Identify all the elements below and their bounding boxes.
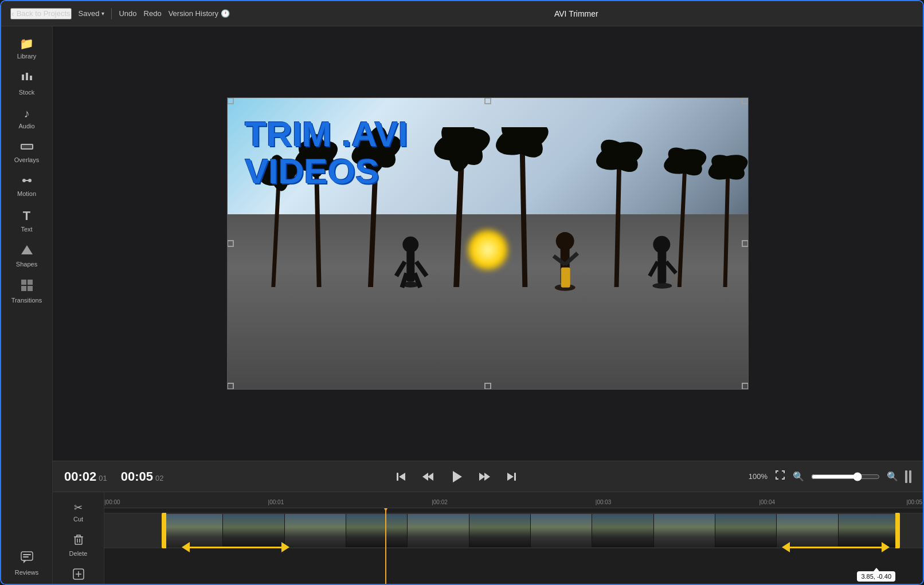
mini-frame-10: [715, 514, 777, 547]
timeline-ruler: |00:00 |00:01 |00:02 |00:03 |00:04 |00:0…: [104, 492, 923, 508]
left-sidebar: 📁 Library Stock ♪ Audio Overlays: [1, 26, 53, 585]
svg-marker-64: [422, 473, 428, 481]
saved-text: Saved: [79, 9, 100, 18]
sidebar-item-transitions[interactable]: Transitions: [5, 274, 49, 308]
trim-arrow-group-right: [782, 542, 890, 552]
audio-icon: ♪: [24, 107, 30, 120]
sidebar-label-stock: Stock: [19, 89, 35, 96]
svg-marker-8: [21, 245, 33, 254]
arrow-line-right: [790, 547, 882, 548]
timeline-tooltip: 3.85, -0.40: [857, 571, 895, 582]
handle-top-right[interactable]: [742, 97, 749, 104]
trim-handle-left[interactable]: [162, 513, 166, 548]
handle-bottom-right[interactable]: [742, 383, 749, 390]
sidebar-item-reviews[interactable]: Reviews: [5, 547, 49, 580]
zoom-slider[interactable]: [811, 472, 880, 481]
shapes-icon: [21, 244, 33, 258]
cut-label: Cut: [73, 516, 83, 523]
zoom-label: 100%: [749, 472, 768, 481]
ruler-mark-2: |00:02: [432, 499, 448, 505]
sidebar-label-text: Text: [21, 226, 32, 233]
transitions-icon: [21, 279, 33, 295]
skip-to-start-button[interactable]: [393, 469, 409, 485]
sidebar-item-audio[interactable]: ♪ Audio: [5, 103, 49, 134]
ruler-mark-4: |00:04: [759, 499, 775, 505]
skip-to-end-button[interactable]: [504, 469, 520, 485]
sidebar-label-library: Library: [17, 53, 37, 60]
play-button[interactable]: [447, 467, 466, 486]
sidebar-label-audio: Audio: [18, 123, 34, 129]
library-icon: 📁: [19, 37, 34, 50]
playhead[interactable]: [385, 508, 386, 585]
sidebar-item-motion[interactable]: Motion: [5, 170, 49, 202]
arrow-head-left-1: [182, 542, 190, 552]
svg-rect-71: [75, 537, 82, 544]
cut-tool[interactable]: ✂ Cut: [58, 498, 99, 526]
motion-icon: [21, 175, 33, 188]
zoom-in-icon: 🔍: [887, 471, 898, 482]
cut-icon: ✂: [74, 501, 83, 514]
sidebar-label-motion: Motion: [17, 190, 36, 197]
saved-status[interactable]: Saved ▾: [79, 9, 105, 18]
fast-forward-button[interactable]: [476, 468, 494, 485]
playhead-head: [382, 508, 390, 512]
fullscreen-button[interactable]: [774, 469, 786, 484]
redo-button[interactable]: Redo: [144, 9, 162, 18]
trim-handle-right[interactable]: [895, 513, 900, 548]
back-label: Back to Projects: [17, 9, 71, 18]
svg-marker-67: [479, 473, 485, 481]
svg-rect-62: [397, 473, 398, 481]
handle-top-left[interactable]: [227, 97, 234, 104]
timeline-main: |00:00 |00:01 |00:02 |00:03 |00:04 |00:0…: [104, 492, 923, 585]
sidebar-item-shapes[interactable]: Shapes: [5, 240, 49, 272]
transport-bar: 00:02 01 00:05 02: [53, 461, 923, 492]
rewind-button[interactable]: [419, 468, 436, 485]
back-to-projects-button[interactable]: ‹ Back to Projects: [10, 8, 72, 19]
svg-marker-65: [428, 473, 433, 481]
undo-button[interactable]: Undo: [119, 9, 136, 18]
delete-icon: [73, 534, 84, 548]
handle-middle-right[interactable]: [742, 240, 749, 247]
transport-controls: [173, 467, 739, 486]
back-chevron-icon: ‹: [11, 9, 14, 18]
ruler-container: |00:00 |00:01 |00:02 |00:03 |00:04 |00:0…: [104, 492, 923, 508]
handle-bottom-left[interactable]: [227, 383, 234, 390]
svg-point-6: [28, 179, 32, 182]
svg-marker-68: [484, 473, 490, 481]
timeline-tracks[interactable]: 3.85, -0.40: [104, 508, 923, 585]
svg-rect-10: [28, 280, 33, 285]
timeline-tools: ✂ Cut Delete: [53, 492, 104, 585]
overlay-line1: TRIM .AVI: [245, 115, 408, 152]
delete-tool[interactable]: Delete: [58, 531, 99, 560]
transport-right: 100% 🔍 🔍: [749, 469, 911, 484]
sidebar-item-library[interactable]: 📁 Library: [5, 32, 49, 64]
add-track-tool[interactable]: Add Track: [58, 565, 99, 585]
svg-rect-11: [21, 286, 26, 291]
handle-middle-left[interactable]: [227, 240, 234, 247]
video-canvas[interactable]: TRIM .AVI VIDEOS: [227, 97, 749, 390]
svg-rect-12: [28, 286, 33, 291]
svg-rect-69: [514, 473, 516, 481]
arrow-head-right-2: [882, 542, 890, 552]
mini-frame-4: [346, 514, 408, 547]
sidebar-label-shapes: Shapes: [16, 261, 37, 268]
current-time: 00:02: [64, 469, 96, 484]
svg-rect-13: [21, 552, 33, 560]
app-title: AVI Trimmer: [554, 9, 598, 18]
mini-frame-5: [408, 514, 469, 547]
version-history-button[interactable]: Version History 🕐: [169, 9, 230, 18]
svg-marker-66: [453, 471, 462, 482]
mini-frame-6: [469, 514, 531, 547]
sidebar-item-text[interactable]: T Text: [5, 204, 49, 237]
total-time: 00:05: [121, 469, 153, 484]
add-track-icon: [73, 568, 84, 583]
top-bar-left: ‹ Back to Projects Saved ▾ Undo Redo Ver…: [10, 8, 230, 19]
handle-bottom-center[interactable]: [484, 383, 491, 390]
ruler-mark-1: |00:01: [268, 499, 284, 505]
sidebar-item-stock[interactable]: Stock: [5, 66, 49, 100]
pause-indicator: [905, 470, 911, 483]
handle-top-center[interactable]: [484, 97, 491, 104]
svg-marker-70: [507, 473, 514, 481]
text-icon: T: [23, 209, 30, 223]
sidebar-item-overlays[interactable]: Overlays: [5, 136, 49, 168]
